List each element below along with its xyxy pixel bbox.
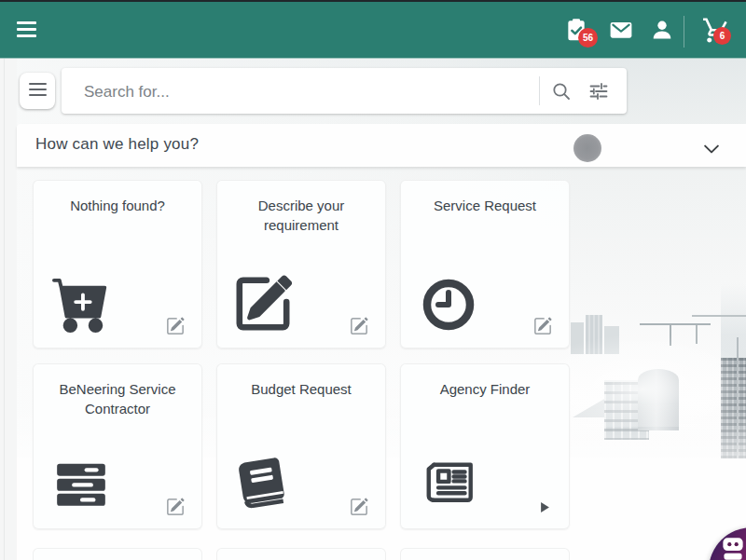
loading-spinner: [573, 134, 601, 162]
tasks-badge: 56: [578, 28, 598, 48]
building-wedge: [573, 391, 606, 417]
card-service-request[interactable]: Service Request: [400, 180, 570, 348]
card-partial[interactable]: [400, 548, 570, 560]
header-menu-button[interactable]: [17, 21, 39, 38]
pencil-square-icon: [234, 275, 292, 333]
catalog-menu-button[interactable]: [20, 73, 55, 109]
tune-icon: [587, 80, 610, 102]
crane-jib-line: [692, 315, 746, 317]
cart-plus-icon: [50, 275, 112, 333]
right-tower-upper: [721, 283, 746, 369]
header-divider: [684, 16, 684, 48]
book-icon: [234, 454, 294, 513]
app-window: 56 6: [0, 0, 746, 560]
server-stack-icon: [50, 456, 112, 513]
card-agency-finder[interactable]: Agency Finder: [400, 363, 570, 529]
hamburger-icon: [17, 21, 36, 24]
search-input[interactable]: [82, 68, 533, 116]
construction-crane-mast: [696, 325, 698, 344]
card-partial[interactable]: [33, 548, 202, 560]
search-bar: [62, 68, 627, 114]
card-title: Service Request: [401, 181, 569, 215]
hamburger-icon: [20, 73, 55, 96]
edit-icon[interactable]: [166, 317, 185, 335]
help-panel-title: How can we help you?: [35, 135, 199, 154]
construction-crane-mast: [670, 323, 671, 346]
card-title: BeNeering Service Contractor: [34, 364, 201, 418]
mail-icon: [609, 18, 633, 42]
edit-icon[interactable]: [533, 317, 552, 335]
user-icon: [650, 18, 674, 42]
edit-icon[interactable]: [350, 317, 368, 335]
card-title: Nothing found?: [34, 181, 201, 215]
cart-badge: 6: [713, 27, 731, 45]
app-header: 56 6: [0, 2, 746, 58]
chatbot-icon: [717, 534, 746, 560]
search-icon: [550, 80, 573, 102]
cart-button[interactable]: 6: [692, 2, 739, 58]
edit-icon[interactable]: [166, 498, 185, 516]
construction-crane: [640, 323, 711, 325]
collapse-button[interactable]: [704, 141, 719, 150]
clock-icon: [421, 277, 477, 333]
distant-building: [586, 315, 602, 354]
crane-mast-line: [737, 337, 739, 533]
card-title: Agency Finder: [401, 364, 569, 399]
card-partial[interactable]: [216, 548, 386, 560]
search-divider: [539, 76, 540, 105]
card-nothing-found[interactable]: Nothing found?: [33, 180, 202, 348]
newspaper-icon: [418, 456, 483, 513]
right-tower-windows: [721, 358, 746, 462]
card-beneering-service-contractor[interactable]: BeNeering Service Contractor: [33, 363, 202, 529]
edit-icon[interactable]: [350, 498, 368, 516]
help-panel-header[interactable]: How can we help you?: [17, 124, 746, 167]
mail-button[interactable]: [601, 2, 642, 58]
page-gutter-line: [4, 58, 5, 560]
distant-building: [571, 322, 584, 354]
user-button[interactable]: [642, 2, 683, 58]
card-title: Describe your requirement: [217, 181, 385, 235]
cylindrical-tower: [638, 369, 679, 430]
card-title: Budget Request: [217, 364, 385, 399]
card-budget-request[interactable]: Budget Request: [216, 363, 386, 529]
tasks-button[interactable]: 56: [556, 2, 597, 58]
distant-building: [604, 326, 619, 354]
arrow-right-icon[interactable]: [541, 502, 549, 512]
chevron-down-icon: [704, 144, 719, 154]
search-submit-button[interactable]: [550, 80, 573, 102]
search-filter-button[interactable]: [587, 80, 610, 102]
card-describe-requirement[interactable]: Describe your requirement: [216, 180, 386, 348]
